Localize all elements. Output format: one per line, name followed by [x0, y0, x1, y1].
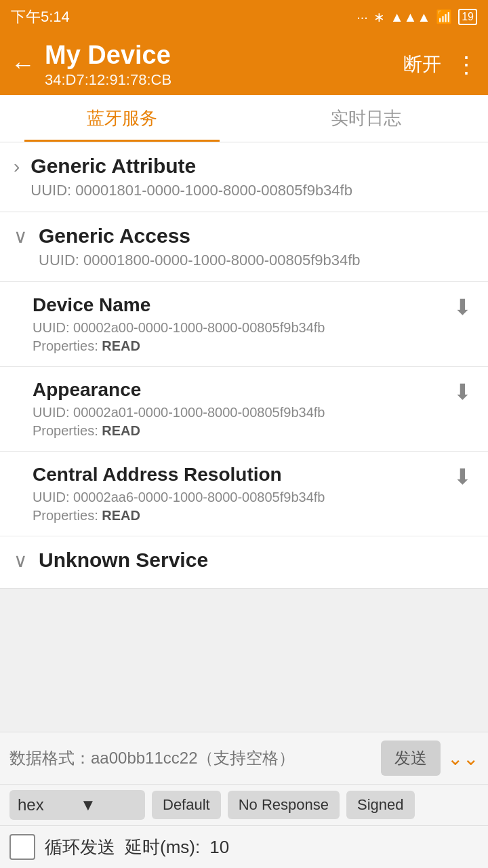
char-name: Device Name: [33, 294, 453, 316]
dropdown-chevron-icon: ▼: [80, 795, 137, 814]
tabs-bar: 蓝牙服务 实时日志: [0, 95, 488, 142]
props-label: Properties:: [33, 338, 98, 353]
service-info-generic-access: Generic Access UUID: 00001800-0000-1000-…: [39, 224, 474, 269]
props-value: READ: [102, 338, 140, 353]
char-name: Appearance: [33, 379, 453, 401]
char-info-appearance: Appearance UUID: 00002a01-0000-1000-8000…: [33, 379, 453, 439]
battery-icon: 19: [458, 9, 477, 25]
data-input[interactable]: [9, 749, 374, 768]
delay-value: 10: [209, 837, 229, 858]
send-button[interactable]: 发送: [381, 741, 441, 776]
status-bar: 下午5:14 ··· ∗ ▲▲▲ 📶 19: [0, 0, 488, 34]
status-time: 下午5:14: [11, 7, 70, 27]
service-row-generic-access[interactable]: ∨ Generic Access UUID: 00001800-0000-100…: [0, 212, 488, 282]
char-info-device-name: Device Name UUID: 00002a00-0000-1000-800…: [33, 294, 453, 354]
char-uuid: UUID: 00002a01-0000-1000-8000-00805f9b34…: [33, 405, 453, 420]
uuid-value: 00001801-0000-1000-8000-00805f9b34fb: [75, 182, 352, 199]
char-uuid-value: 00002a01-0000-1000-8000-00805f9b34fb: [73, 405, 325, 420]
loop-label: 循环发送: [45, 835, 115, 859]
char-name: Central Address Resolution: [33, 464, 453, 486]
char-uuid: UUID: 00002a00-0000-1000-8000-00805f9b34…: [33, 320, 453, 336]
service-name: Unknown Service: [39, 549, 474, 572]
char-info-central-addr: Central Address Resolution UUID: 00002aa…: [33, 464, 453, 524]
service-name: Generic Access: [39, 224, 474, 248]
char-row-appearance: Appearance UUID: 00002a01-0000-1000-8000…: [0, 367, 488, 452]
wifi-icon: 📶: [436, 9, 453, 25]
chevron-down-icon: ∨: [14, 227, 28, 246]
service-uuid: UUID: 00001800-0000-1000-8000-00805f9b34…: [39, 252, 474, 269]
char-properties: Properties: READ: [33, 508, 453, 524]
status-icons: ··· ∗ ▲▲▲ 📶 19: [357, 9, 477, 25]
service-row-unknown[interactable]: ∨ Unknown Service: [0, 536, 488, 589]
uuid-label: UUID:: [39, 252, 79, 269]
tab-realtime-log[interactable]: 实时日志: [244, 95, 488, 142]
read-button[interactable]: ⬇: [453, 464, 472, 490]
char-properties: Properties: READ: [33, 423, 453, 439]
content-area: › Generic Attribute UUID: 00001801-0000-…: [0, 142, 488, 738]
read-button[interactable]: ⬇: [453, 379, 472, 405]
device-address: 34:D7:12:91:78:CB: [45, 71, 403, 89]
app-header: ← My Device 34:D7:12:91:78:CB 断开 ⋮: [0, 34, 488, 95]
char-properties: Properties: READ: [33, 338, 453, 354]
loop-checkbox[interactable]: [9, 834, 35, 860]
uuid-label: UUID:: [30, 182, 71, 199]
service-info-generic-attribute: Generic Attribute UUID: 00001801-0000-10…: [30, 155, 474, 199]
bluetooth-icon: ∗: [373, 9, 385, 25]
cellular-icon: ▲▲▲: [390, 9, 430, 25]
char-row-device-name: Device Name UUID: 00002a00-0000-1000-800…: [0, 282, 488, 367]
disconnect-button[interactable]: 断开: [403, 52, 441, 77]
uuid-label-char: UUID:: [33, 320, 69, 335]
bottom-bar: 发送 ⌄⌄ hex ▼ Default No Response Signed 循…: [0, 732, 488, 868]
char-uuid: UUID: 00002aa6-0000-1000-8000-00805f9b34…: [33, 490, 453, 505]
uuid-label-char: UUID:: [33, 490, 69, 505]
chevron-down-icon: ∨: [14, 551, 28, 570]
props-value: READ: [102, 508, 140, 523]
read-button[interactable]: ⬇: [453, 294, 472, 320]
expand-icon[interactable]: ⌄⌄: [447, 747, 479, 770]
header-title-group: My Device 34:D7:12:91:78:CB: [45, 40, 403, 89]
service-info-unknown: Unknown Service: [39, 549, 474, 576]
device-name-title: My Device: [45, 40, 403, 71]
format-select[interactable]: hex ▼: [9, 790, 145, 820]
default-button[interactable]: Default: [152, 791, 221, 819]
loop-row: 循环发送 延时(ms): 10: [0, 826, 488, 868]
tab-ble-services[interactable]: 蓝牙服务: [0, 95, 244, 142]
props-value: READ: [102, 423, 140, 438]
format-value: hex: [18, 795, 75, 814]
service-uuid: UUID: 00001801-0000-1000-8000-00805f9b34…: [30, 182, 474, 199]
signed-button[interactable]: Signed: [346, 791, 415, 819]
props-label: Properties:: [33, 423, 98, 438]
chevron-right-icon: ›: [14, 157, 20, 176]
uuid-label-char: UUID:: [33, 405, 69, 420]
no-response-button[interactable]: No Response: [228, 791, 340, 819]
props-label: Properties:: [33, 508, 98, 523]
signal-dots-icon: ···: [357, 9, 368, 25]
service-name: Generic Attribute: [30, 155, 474, 178]
char-uuid-value: 00002aa6-0000-1000-8000-00805f9b34fb: [73, 490, 325, 505]
more-menu-button[interactable]: ⋮: [455, 51, 477, 78]
service-row-generic-attribute[interactable]: › Generic Attribute UUID: 00001801-0000-…: [0, 142, 488, 212]
header-actions: 断开 ⋮: [403, 51, 477, 78]
controls-row: hex ▼ Default No Response Signed: [0, 785, 488, 826]
back-button[interactable]: ←: [11, 52, 35, 77]
char-uuid-value: 00002a00-0000-1000-8000-00805f9b34fb: [73, 320, 325, 335]
uuid-value: 00001800-0000-1000-8000-00805f9b34fb: [83, 252, 361, 269]
delay-label: 延时(ms):: [125, 835, 200, 859]
input-row: 发送 ⌄⌄: [0, 732, 488, 785]
char-row-central-addr: Central Address Resolution UUID: 00002aa…: [0, 452, 488, 536]
